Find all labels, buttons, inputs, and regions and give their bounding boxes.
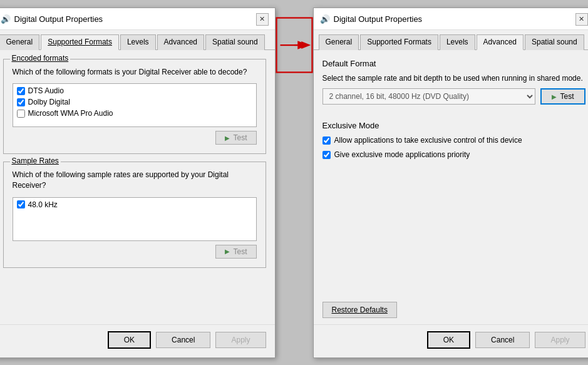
tab-supported-formats-right[interactable]: Supported Formats	[360, 34, 438, 50]
dts-audio-label: DTS Audio	[28, 86, 64, 95]
list-item[interactable]: Give exclusive mode applications priorit…	[322, 150, 585, 160]
left-ok-button[interactable]: OK	[108, 331, 151, 349]
right-speaker-icon: 🔊	[320, 14, 330, 24]
right-dialog-body: Default Format Select the sample rate an…	[314, 50, 589, 324]
right-cancel-button[interactable]: Cancel	[475, 332, 530, 348]
left-dialog-body: Encoded formats Which of the following f…	[0, 50, 275, 324]
encoded-formats-actions: ▶ Test	[13, 131, 257, 145]
right-title-bar: 🔊 Digital Output Properties ✕	[314, 8, 589, 30]
play-icon-right: ▶	[552, 93, 557, 100]
exclusive-priority-checkbox[interactable]	[322, 151, 331, 159]
list-item[interactable]: Dolby Digital	[17, 98, 252, 106]
sample-rates-desc: Which of the following sample rates are …	[13, 170, 257, 191]
exclusive-priority-label: Give exclusive mode applications priorit…	[334, 150, 470, 160]
default-format-section: Default Format Select the sample rate an…	[322, 59, 585, 105]
48khz-checkbox[interactable]	[17, 200, 25, 208]
play-icon: ▶	[225, 135, 230, 141]
left-title-bar: 🔊 Digital Output Properties ✕	[0, 8, 275, 30]
sample-rates-label: Sample Rates	[10, 157, 61, 165]
encoded-formats-test-button[interactable]: ▶ Test	[215, 131, 256, 145]
restore-defaults-label: Restore Defaults	[332, 306, 388, 314]
exclusive-mode-label: Exclusive Mode	[322, 121, 585, 130]
sample-rates-section: Sample Rates Which of the following samp…	[3, 162, 266, 268]
list-item[interactable]: Microsoft WMA Pro Audio	[17, 109, 252, 118]
right-tabs: General Supported Formats Levels Advance…	[314, 30, 589, 50]
wma-pro-label: Microsoft WMA Pro Audio	[28, 109, 113, 118]
restore-defaults-button[interactable]: Restore Defaults	[322, 302, 397, 318]
dolby-digital-checkbox[interactable]	[17, 98, 25, 106]
encoded-formats-desc: Which of the following formats is your D…	[13, 67, 257, 78]
format-select[interactable]: 2 channel, 16 bit, 48000 Hz (DVD Quality…	[322, 88, 536, 105]
tab-advanced-left[interactable]: Advanced	[157, 34, 204, 50]
wma-pro-checkbox[interactable]	[17, 110, 25, 118]
left-cancel-button[interactable]: Cancel	[156, 332, 210, 348]
left-dialog: 🔊 Digital Output Properties ✕ General Su…	[0, 8, 276, 358]
default-format-row: 2 channel, 16 bit, 48000 Hz (DVD Quality…	[322, 88, 585, 105]
arrow-container	[276, 8, 313, 83]
default-format-desc: Select the sample rate and bit depth to …	[322, 73, 585, 84]
tab-levels-left[interactable]: Levels	[120, 34, 156, 50]
sample-rates-actions: ▶ Test	[13, 245, 257, 259]
list-item[interactable]: DTS Audio	[17, 86, 252, 95]
exclusive-mode-section: Exclusive Mode Allow applications to tak…	[322, 121, 585, 164]
dolby-digital-label: Dolby Digital	[28, 98, 70, 106]
right-test-button[interactable]: ▶ Test	[540, 88, 585, 105]
speaker-icon: 🔊	[1, 14, 11, 24]
sample-rates-test-button[interactable]: ▶ Test	[215, 245, 256, 259]
play-icon: ▶	[225, 248, 230, 255]
default-format-heading: Default Format	[322, 59, 585, 68]
left-apply-button[interactable]: Apply	[215, 332, 266, 348]
dts-audio-checkbox[interactable]	[17, 87, 25, 95]
exclusive-control-label: Allow applications to take exclusive con…	[334, 135, 522, 146]
left-dialog-title: Digital Output Properties	[14, 14, 103, 24]
restore-defaults-container: Restore Defaults	[322, 277, 585, 318]
exclusive-control-checkbox[interactable]	[322, 136, 331, 145]
left-close-button[interactable]: ✕	[256, 13, 269, 26]
right-ok-button[interactable]: OK	[427, 331, 470, 349]
right-dialog-footer: OK Cancel Apply	[314, 324, 589, 357]
main-container: 🔊 Digital Output Properties ✕ General Su…	[0, 8, 588, 358]
48khz-label: 48.0 kHz	[28, 200, 58, 209]
encoded-formats-label: Encoded formats	[10, 54, 71, 63]
tab-levels-right[interactable]: Levels	[440, 34, 475, 50]
tab-general-left[interactable]: General	[0, 34, 39, 50]
left-tabs: General Supported Formats Levels Advance…	[0, 30, 275, 50]
left-dialog-footer: OK Cancel Apply	[0, 324, 275, 357]
tab-advanced-right[interactable]: Advanced	[477, 34, 524, 50]
tab-supported-formats-left[interactable]: Supported Formats	[41, 34, 119, 50]
right-dialog: 🔊 Digital Output Properties ✕ General Su…	[313, 8, 589, 358]
arrow-icon	[276, 8, 313, 83]
svg-marker-3	[301, 41, 311, 49]
right-close-button[interactable]: ✕	[575, 13, 588, 26]
tab-general-right[interactable]: General	[319, 34, 359, 50]
right-dialog-title: Digital Output Properties	[334, 14, 423, 24]
tab-spatial-sound-left[interactable]: Spatial sound	[205, 34, 265, 50]
sample-rates-list: 48.0 kHz	[13, 197, 257, 241]
tab-spatial-sound-right[interactable]: Spatial sound	[525, 34, 584, 50]
list-item[interactable]: 48.0 kHz	[17, 200, 252, 209]
list-item[interactable]: Allow applications to take exclusive con…	[322, 135, 585, 146]
encoded-formats-section: Encoded formats Which of the following f…	[3, 59, 266, 155]
encoded-formats-list: DTS Audio Dolby Digital Microsoft WMA Pr…	[13, 83, 257, 127]
right-apply-button[interactable]: Apply	[535, 332, 585, 348]
